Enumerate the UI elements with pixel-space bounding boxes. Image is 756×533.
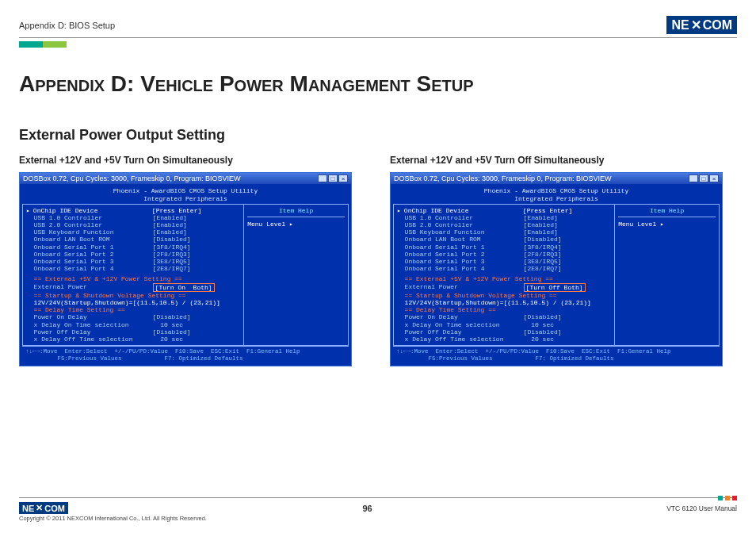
bios-row: x Delay Off Time selection 20 sec	[397, 336, 611, 343]
voltage-row: 12V/24V(Startup,Shutdown)=[(11.5,10.5) /…	[397, 299, 611, 306]
maximize-icon: □	[699, 174, 708, 182]
bios-row: x Delay On Time selection 10 sec	[397, 321, 611, 328]
bios-row[interactable]: Power On Delay[Disabled]	[397, 313, 611, 320]
bios-row[interactable]: USB 2.0 Controller[Enabled]	[26, 221, 240, 228]
bios-row[interactable]: USB 1.0 Controller[Enabled]	[26, 214, 240, 221]
section-title: External Power Output Setting	[19, 127, 737, 144]
bios-row[interactable]: Onboard Serial Port 3[3E8/IRQ5]	[26, 258, 240, 265]
voltage-header: == Startup & Shutdown Voltage Setting ==	[397, 292, 611, 299]
minimize-icon: _	[689, 174, 698, 182]
left-column: External +12V and +5V Turn On Simultaneo…	[19, 155, 366, 366]
help-level: Menu Level ▸	[618, 220, 716, 228]
bios-settings-pane: ▸OnChip IDE Device[Press Enter] USB 1.0 …	[394, 205, 615, 345]
bios-row[interactable]: USB 1.0 Controller[Enabled]	[397, 214, 611, 221]
bios-header: Phoenix - AwardBIOS CMOS Setup UtilityIn…	[22, 187, 349, 201]
close-icon: ×	[338, 174, 348, 182]
bios-window-right: DOSBox 0.72, Cpu Cycles: 3000, Frameskip…	[390, 172, 723, 366]
window-titlebar[interactable]: DOSBox 0.72, Cpu Cycles: 3000, Frameskip…	[20, 173, 351, 184]
help-title: Item Help	[247, 207, 345, 217]
window-titlebar[interactable]: DOSBox 0.72, Cpu Cycles: 3000, Frameskip…	[391, 173, 722, 184]
bios-row: x Delay Off Time selection 20 sec	[26, 336, 240, 343]
bios-row[interactable]: Power On Delay[Disabled]	[26, 313, 240, 320]
appendix-label: Appendix D: BIOS Setup	[19, 21, 115, 30]
bios-window-left: DOSBox 0.72, Cpu Cycles: 3000, Frameskip…	[19, 172, 352, 366]
bios-row[interactable]: USB 2.0 Controller[Enabled]	[397, 221, 611, 228]
voltage-row: 12V/24V(Startup,Shutdown)=[(11.5,10.5) /…	[26, 299, 240, 306]
brand-logo: NE✕COM	[666, 16, 737, 34]
delay-header: == Delay Time Setting ==	[397, 306, 611, 313]
bios-row[interactable]: Onboard Serial Port 2[2F8/IRQ3]	[26, 251, 240, 258]
ext-power-value[interactable]: [Turn Off Both]	[524, 283, 586, 292]
bios-settings-pane: ▸OnChip IDE Device[Press Enter] USB 1.0 …	[23, 205, 244, 345]
ext-power-row[interactable]: External Power[Turn Off Both]	[397, 283, 611, 292]
bios-row[interactable]: Onboard Serial Port 4[2E8/IRQ7]	[397, 265, 611, 272]
bios-row[interactable]: Onboard Serial Port 2[2F8/IRQ3]	[397, 251, 611, 258]
titlebar-text: DOSBox 0.72, Cpu Cycles: 3000, Frameskip…	[394, 174, 612, 182]
left-caption: External +12V and +5V Turn On Simultaneo…	[19, 155, 366, 166]
bios-row[interactable]: Onboard Serial Port 3[3E8/IRQ5]	[397, 258, 611, 265]
window-buttons[interactable]: _□×	[317, 174, 348, 182]
bios-footer: ↑↓←→:Move Enter:Select +/-/PU/PD:Value F…	[393, 346, 720, 363]
bios-row[interactable]: Onboard Serial Port 1[3F8/IRQ4]	[26, 243, 240, 251]
voltage-header: == Startup & Shutdown Voltage Setting ==	[26, 292, 240, 299]
ext-power-value[interactable]: [Turn On Both]	[153, 283, 215, 292]
help-level: Menu Level ▸	[247, 220, 345, 228]
ext-power-header: == External +5V & +12V Power Setting ==	[26, 275, 240, 282]
bios-row[interactable]: Power Off Delay[Disabled]	[26, 328, 240, 336]
ext-power-header: == External +5V & +12V Power Setting ==	[397, 275, 611, 282]
bios-help-pane: Item Help Menu Level ▸	[615, 205, 719, 345]
right-column: External +12V and +5V Turn Off Simultane…	[390, 155, 737, 366]
bios-help-pane: Item Help Menu Level ▸	[244, 205, 348, 345]
bios-row[interactable]: Onboard LAN Boot ROM[Disabled]	[397, 236, 611, 243]
bios-row[interactable]: USB Keyboard Function[Enabled]	[397, 228, 611, 236]
page-number: 96	[362, 504, 372, 513]
bios-row[interactable]: ▸OnChip IDE Device[Press Enter]	[397, 207, 611, 214]
bios-row: x Delay On Time selection 10 sec	[26, 321, 240, 328]
bios-row[interactable]: USB Keyboard Function[Enabled]	[26, 228, 240, 236]
ext-power-row[interactable]: External Power[Turn On Both]	[26, 283, 240, 292]
copyright: Copyright © 2011 NEXCOM International Co…	[19, 515, 737, 522]
right-caption: External +12V and +5V Turn Off Simultane…	[390, 155, 737, 166]
delay-header: == Delay Time Setting ==	[26, 306, 240, 313]
bios-row[interactable]: Onboard Serial Port 4[2E8/IRQ7]	[26, 265, 240, 272]
help-title: Item Help	[618, 207, 716, 217]
minimize-icon: _	[318, 174, 327, 182]
bios-header: Phoenix - AwardBIOS CMOS Setup UtilityIn…	[393, 187, 720, 201]
window-buttons[interactable]: _□×	[688, 174, 719, 182]
decorative-strip	[19, 41, 737, 48]
bios-row[interactable]: Onboard LAN Boot ROM[Disabled]	[26, 236, 240, 243]
titlebar-text: DOSBox 0.72, Cpu Cycles: 3000, Frameskip…	[23, 174, 241, 182]
manual-name: VTC 6120 User Manual	[666, 504, 737, 512]
bios-footer: ↑↓←→:Move Enter:Select +/-/PU/PD:Value F…	[22, 346, 349, 363]
maximize-icon: □	[328, 174, 338, 182]
close-icon: ×	[709, 174, 719, 182]
bios-row[interactable]: Power Off Delay[Disabled]	[397, 328, 611, 336]
bios-row[interactable]: ▸OnChip IDE Device[Press Enter]	[26, 207, 240, 214]
footer-logo: NE✕COM	[19, 502, 68, 514]
bios-row[interactable]: Onboard Serial Port 1[3F8/IRQ4]	[397, 243, 611, 251]
footer-ticks	[718, 496, 737, 500]
page-title: Appendix D: Vehicle Power Management Set…	[19, 71, 737, 97]
